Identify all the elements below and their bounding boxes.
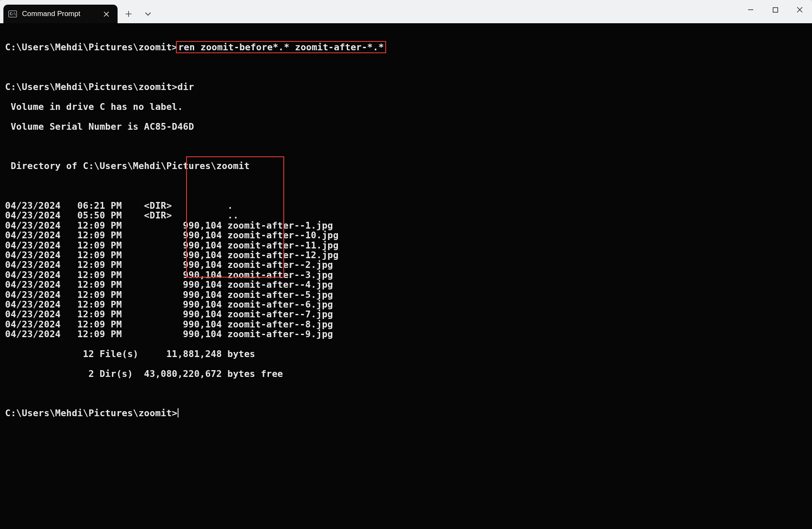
blank-line xyxy=(5,181,809,191)
blank-line xyxy=(5,141,809,151)
tab-dropdown-button[interactable] xyxy=(140,5,156,22)
file-entry: 04/23/2024 12:09 PM 990,104 zoomit-after… xyxy=(5,280,809,289)
prompt-line-ren: C:\Users\Mehdi\Pictures\zoomit>ren zoomi… xyxy=(5,42,809,52)
dir-entry: 04/23/2024 05:50 PM <DIR> .. xyxy=(5,210,809,220)
file-entry: 04/23/2024 12:09 PM 990,104 zoomit-after… xyxy=(5,300,809,309)
terminal-window: C:\ Command Prompt C:\Users\ xyxy=(0,0,812,529)
volume-line: Volume in drive C has no label. xyxy=(5,102,809,112)
file-entry: 04/23/2024 12:09 PM 990,104 zoomit-after… xyxy=(5,260,809,270)
file-entry: 04/23/2024 12:09 PM 990,104 zoomit-after… xyxy=(5,309,809,319)
summary-files: 12 File(s) 11,881,248 bytes xyxy=(5,349,809,359)
titlebar[interactable]: C:\ Command Prompt xyxy=(0,0,812,23)
cmd-icon: C:\ xyxy=(8,11,17,17)
svg-text:C:\: C:\ xyxy=(10,12,16,16)
directory-header: Directory of C:\Users\Mehdi\Pictures\zoo… xyxy=(5,161,809,171)
active-tab[interactable]: C:\ Command Prompt xyxy=(3,5,118,23)
window-controls xyxy=(738,0,812,19)
prompt-current[interactable]: C:\Users\Mehdi\Pictures\zoomit> xyxy=(5,408,809,418)
new-tab-button[interactable] xyxy=(120,5,137,22)
tab-title: Command Prompt xyxy=(22,10,96,18)
file-entry: 04/23/2024 12:09 PM 990,104 zoomit-after… xyxy=(5,270,809,280)
svg-rect-2 xyxy=(773,8,778,12)
cursor xyxy=(178,408,178,417)
close-window-button[interactable] xyxy=(787,0,812,19)
file-entry: 04/23/2024 12:09 PM 990,104 zoomit-after… xyxy=(5,250,809,260)
blank-line xyxy=(5,389,809,398)
prompt-line-dir: C:\Users\Mehdi\Pictures\zoomit>dir xyxy=(5,82,809,92)
tab-close-button[interactable] xyxy=(101,8,112,19)
prompt-path: C:\Users\Mehdi\Pictures\zoomit> xyxy=(5,42,177,52)
prompt-path: C:\Users\Mehdi\Pictures\zoomit> xyxy=(5,82,177,92)
file-entry: 04/23/2024 12:09 PM 990,104 zoomit-after… xyxy=(5,221,809,230)
maximize-button[interactable] xyxy=(763,0,787,19)
volume-serial-line: Volume Serial Number is AC85-D46D xyxy=(5,122,809,131)
prompt-path: C:\Users\Mehdi\Pictures\zoomit> xyxy=(5,408,177,418)
ren-command-highlight: ren zoomit-before*.* zoomit-after-*.* xyxy=(176,41,386,53)
dir-listing: 04/23/2024 06:21 PM <DIR> .04/23/2024 05… xyxy=(5,201,809,339)
file-entry: 04/23/2024 12:09 PM 990,104 zoomit-after… xyxy=(5,240,809,250)
minimize-button[interactable] xyxy=(738,0,763,19)
terminal-body[interactable]: C:\Users\Mehdi\Pictures\zoomit>ren zoomi… xyxy=(0,23,812,529)
summary-dirs: 2 Dir(s) 43,080,220,672 bytes free xyxy=(5,369,809,379)
file-entry: 04/23/2024 12:09 PM 990,104 zoomit-after… xyxy=(5,230,809,240)
blank-line xyxy=(5,62,809,72)
file-entry: 04/23/2024 12:09 PM 990,104 zoomit-after… xyxy=(5,319,809,329)
file-entry: 04/23/2024 12:09 PM 990,104 zoomit-after… xyxy=(5,290,809,300)
dir-command: dir xyxy=(177,82,194,92)
dir-entry: 04/23/2024 06:21 PM <DIR> . xyxy=(5,201,809,210)
file-entry: 04/23/2024 12:09 PM 990,104 zoomit-after… xyxy=(5,329,809,339)
